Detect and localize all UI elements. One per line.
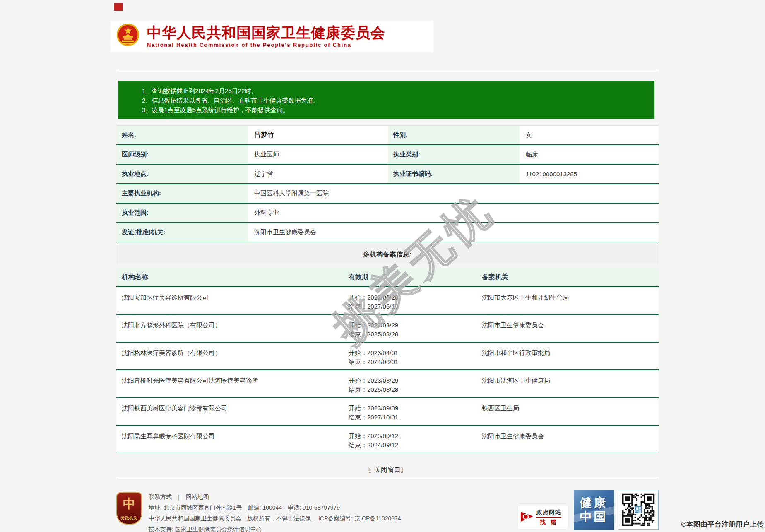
info-label: 姓名:: [116, 126, 248, 144]
health-china-logo[interactable]: 健康 中国: [574, 490, 614, 530]
org-header-row: 机构名称有效期备案机关: [116, 268, 659, 287]
contact-link[interactable]: 联系方式: [149, 494, 172, 500]
gov-error-line1: 政府网站: [536, 509, 561, 518]
info-label: 执业范围:: [116, 204, 248, 222]
info-row: 医师级别:执业医师执业类别:临床: [116, 145, 659, 165]
site-subtitle: National Health Commission of the People…: [147, 42, 385, 48]
agency-cell: 沈阳市卫生健康委员会: [476, 426, 659, 453]
info-value: 临床: [520, 145, 659, 164]
table-row: 沈阳青橙时光医疗美容有限公司沈河医疗美容诊所开始：2023/08/29结束：20…: [116, 370, 659, 398]
column-header: 有效期: [343, 273, 476, 282]
column-header: 机构名称: [116, 273, 343, 282]
notice-box: 1、查询数据截止到2024年2月25日22时。2、信息数据结果以各省、自治区、直…: [118, 81, 654, 119]
address-line: 地址: 北京市西城区西直门外南路1号 邮编: 100044 电话: 010-68…: [149, 502, 401, 513]
org-name-cell: 沈阳安加医疗美容诊所有限公司: [116, 287, 343, 314]
bottom-divider: [116, 479, 659, 479]
notice-line: 3、凌晨1点至凌晨5点系统进行维护，不能提供查询。: [142, 105, 654, 115]
national-emblem-icon: [115, 22, 140, 51]
footer: 中 党政机关 联系方式｜网站地图 地址: 北京市西城区西直门外南路1号 邮编: …: [116, 491, 659, 532]
gov-site-error-badge[interactable]: 政府网站 找 错: [517, 506, 568, 530]
table-row: 沈阳北方整形外科医院（有限公司）开始：2023/03/29结束：2025/03/…: [116, 315, 659, 343]
multi-org-section-band: 多机构备案信息:: [116, 245, 659, 264]
info-value: 中国医科大学附属第一医院: [249, 184, 659, 203]
info-label: 主要执业机构:: [116, 184, 248, 203]
column-header: 备案机关: [476, 273, 659, 282]
support-line: 技术支持: 国家卫生健康委员会统计信息中心: [149, 524, 401, 532]
site-title: 中华人民共和国国家卫生健康委员会: [147, 25, 385, 41]
copyright-line: 中华人民共和国国家卫生健康委员会 版权所有，不得非法镜像. ICP备案编号: 京…: [149, 513, 401, 524]
table-row: 沈阳安加医疗美容诊所有限公司开始：2022/06/20结束：2027/06/19…: [116, 287, 659, 315]
notice-line: 2、信息数据结果以各省、自治区、直辖市卫生健康委数据为准。: [142, 96, 654, 105]
info-row: 执业地点:辽宁省执业证书编码:110210000013285: [116, 165, 659, 184]
info-label: 性别:: [388, 126, 520, 144]
table-row: 沈阳格林医疗美容诊所（有限公司）开始：2023/04/01结束：2024/03/…: [116, 343, 659, 370]
party-gov-shield-icon: 中 党政机关: [116, 492, 142, 525]
site-header: 中华人民共和国国家卫生健康委员会 National Health Commiss…: [111, 21, 433, 52]
footer-text: 联系方式｜网站地图 地址: 北京市西城区西直门外南路1号 邮编: 100044 …: [149, 491, 401, 532]
agency-cell: 沈阳市和平区行政审批局: [476, 343, 659, 369]
info-label: 执业证书编码:: [388, 165, 520, 183]
page: 中华人民共和国国家卫生健康委员会 National Health Commiss…: [0, 0, 765, 532]
red-marker: [114, 3, 123, 11]
info-label: 医师级别:: [116, 145, 248, 164]
info-value: 辽宁省: [249, 165, 387, 183]
org-name-cell: 沈阳铁西美树医疗美容门诊部有限公司: [116, 398, 343, 425]
validity-cell: 开始：2022/06/20结束：2027/06/19: [343, 287, 476, 314]
gov-error-line2: 找 错: [536, 519, 561, 526]
info-label: 执业地点:: [116, 165, 248, 183]
footer-links: 联系方式｜网站地图: [149, 491, 401, 502]
info-value: 外科专业: [249, 204, 659, 222]
health-logo-line1: 健康: [580, 496, 608, 510]
agency-cell: 沈阳市沈河区卫生健康局: [476, 370, 659, 397]
table-row: 沈阳铁西美树医疗美容门诊部有限公司开始：2023/09/09结束：2027/10…: [116, 398, 659, 426]
section-title: 多机构备案信息:: [363, 250, 411, 259]
info-row: 发证(批准)机关:沈阳市卫生健康委员会: [116, 223, 659, 242]
org-name-cell: 沈阳北方整形外科医院（有限公司）: [116, 315, 343, 342]
validity-cell: 开始：2023/03/29结束：2025/03/28: [343, 315, 476, 342]
agency-cell: 沈阳市大东区卫生和计划生育局: [476, 287, 659, 314]
close-window-link[interactable]: 〖关闭窗口〗: [364, 464, 411, 476]
qr-code: 健康中国: [618, 490, 659, 530]
validity-cell: 开始：2023/08/29结束：2025/08/28: [343, 370, 476, 397]
agency-cell: 沈阳市卫生健康委员会: [476, 315, 659, 342]
info-value: 吕梦竹: [249, 126, 387, 144]
link-separator: ｜: [176, 494, 182, 500]
top-divider: [116, 72, 659, 72]
info-value: 女: [520, 126, 659, 144]
info-row: 姓名:吕梦竹性别:女: [116, 126, 659, 145]
notice-line: 1、查询数据截止到2024年2月25日22时。: [142, 86, 654, 96]
info-value: 执业医师: [249, 145, 387, 164]
org-table: 机构名称有效期备案机关沈阳安加医疗美容诊所有限公司开始：2022/06/20结束…: [116, 268, 659, 453]
info-row: 主要执业机构:中国医科大学附属第一医院: [116, 184, 659, 204]
close-window-wrap: 〖关闭窗口〗: [116, 464, 659, 476]
validity-cell: 开始：2023/09/09结束：2027/10/01: [343, 398, 476, 425]
shield-label: 党政机关: [117, 515, 141, 521]
svg-text:中国: 中国: [635, 510, 641, 513]
uploader-watermark: ©本图由平台注册用户上传: [681, 520, 764, 529]
info-label: 执业类别:: [388, 145, 520, 164]
org-name-cell: 沈阳民生耳鼻喉专科医院有限公司: [116, 426, 343, 453]
org-name-cell: 沈阳格林医疗美容诊所（有限公司）: [116, 343, 343, 369]
sitemap-link[interactable]: 网站地图: [186, 494, 209, 500]
info-value: 110210000013285: [520, 165, 659, 183]
info-row: 执业范围:外科专业: [116, 204, 659, 223]
validity-cell: 开始：2023/09/12结束：2024/09/12: [343, 426, 476, 453]
magnifier-flag-icon: [520, 510, 535, 525]
health-logo-line2: 中国: [580, 510, 608, 524]
table-row: 沈阳民生耳鼻喉专科医院有限公司开始：2023/09/12结束：2024/09/1…: [116, 426, 659, 453]
validity-cell: 开始：2023/04/01结束：2024/03/01: [343, 343, 476, 369]
info-value: 沈阳市卫生健康委员会: [249, 223, 659, 242]
org-name-cell: 沈阳青橙时光医疗美容有限公司沈河医疗美容诊所: [116, 370, 343, 397]
agency-cell: 铁西区卫生局: [476, 398, 659, 425]
info-label: 发证(批准)机关:: [116, 223, 248, 242]
doctor-info-table: 姓名:吕梦竹性别:女医师级别:执业医师执业类别:临床执业地点:辽宁省执业证书编码…: [116, 125, 659, 242]
